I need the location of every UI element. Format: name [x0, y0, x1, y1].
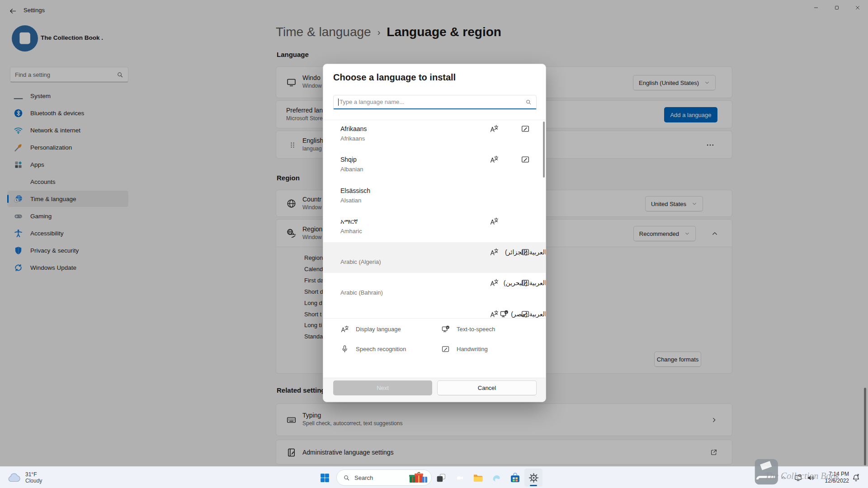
weather-condition: Cloudy — [25, 478, 42, 484]
store-button[interactable] — [506, 469, 524, 487]
legend-label: Text-to-speech — [457, 326, 495, 333]
language-search-placeholder: Type a language name... — [340, 99, 525, 105]
windows-logo-icon — [319, 472, 330, 483]
language-row[interactable]: አማርኛ Amharic — [323, 211, 546, 242]
start-button[interactable] — [316, 469, 334, 487]
tray-date: 12/6/2022 — [821, 478, 849, 484]
text-cursor — [338, 99, 339, 106]
language-english-name: Alsatian — [340, 197, 546, 204]
handwriting-icon — [521, 124, 530, 133]
chevron-up-icon — [780, 474, 787, 481]
edge-button[interactable] — [487, 469, 505, 487]
language-english-name: Albanian — [340, 166, 546, 173]
dialog-scrollbar[interactable] — [543, 122, 545, 178]
display-language-icon — [490, 155, 499, 164]
language-search-input[interactable]: Type a language name... — [333, 95, 537, 109]
gear-icon — [528, 472, 539, 483]
settings-app-button[interactable] — [524, 469, 542, 487]
language-english-name: Arabic (Algeria) — [340, 258, 546, 265]
active-app-indicator — [530, 485, 537, 486]
divider — [323, 318, 546, 319]
display-language-icon — [490, 217, 499, 226]
network-icon — [794, 474, 802, 482]
taskbar-search-label: Search — [354, 474, 404, 481]
language-row[interactable]: العربية (مصر) — [323, 304, 546, 318]
display-language-icon — [490, 278, 499, 287]
language-row[interactable]: العربية (البحرين) Arabic (Bahrain) — [323, 273, 546, 304]
tray-notifications[interactable] — [852, 467, 860, 488]
language-list: Afrikaans Afrikaans Shqip Albanian Elsäs… — [323, 119, 546, 318]
tray-volume[interactable] — [807, 467, 815, 488]
display-language-icon — [490, 310, 499, 318]
display-language-icon — [490, 248, 499, 257]
display-language-icon — [490, 124, 499, 133]
store-icon — [509, 472, 521, 483]
language-english-name: Afrikaans — [340, 135, 546, 142]
volume-icon — [807, 474, 815, 482]
language-english-name: Amharic — [340, 228, 546, 235]
cancel-button[interactable]: Cancel — [437, 380, 537, 395]
language-english-name: Arabic (Bahrain) — [340, 289, 546, 296]
language-native-name: Elsässisch — [340, 186, 546, 195]
language-row[interactable]: Shqip Albanian — [323, 150, 546, 180]
handwriting-icon — [441, 345, 450, 353]
cloud-icon — [7, 472, 22, 483]
language-native-name: Shqip — [340, 155, 546, 164]
tray-time: 7:14 PM — [821, 471, 849, 478]
holiday-gifts-icon — [409, 471, 429, 484]
language-native-name: Afrikaans — [340, 124, 546, 133]
desktop: Settings The Collection Book . Find a se… — [0, 0, 868, 488]
edge-icon — [491, 472, 502, 483]
chat-button[interactable] — [451, 469, 469, 487]
dialog-title: Choose a language to install — [333, 72, 456, 83]
search-icon — [343, 474, 350, 481]
text-to-speech-icon — [441, 325, 450, 333]
weather-temp: 31°F — [25, 471, 42, 478]
handwriting-icon — [521, 248, 530, 257]
task-view-icon — [435, 472, 447, 483]
handwriting-icon — [521, 310, 530, 318]
folder-icon — [472, 472, 484, 483]
language-native-name: العربية (البحرين) — [340, 278, 546, 287]
weather-widget[interactable]: 31°F Cloudy — [5, 468, 45, 487]
language-row[interactable]: Elsässisch Alsatian — [323, 181, 546, 211]
legend-label: Speech recognition — [356, 346, 406, 352]
tray-clock[interactable]: 7:14 PM 12/6/2022 — [821, 467, 849, 488]
language-row[interactable]: Afrikaans Afrikaans — [323, 119, 546, 150]
legend-label: Handwriting — [457, 346, 488, 352]
bell-sleep-icon — [852, 474, 860, 482]
language-row[interactable]: العربية (الجزائر) Arabic (Algeria) — [323, 242, 546, 273]
next-button[interactable]: Next — [333, 380, 432, 395]
handwriting-icon — [521, 155, 530, 164]
language-native-name: العربية (مصر) — [340, 310, 546, 318]
legend-label: Display language — [356, 326, 401, 333]
display-language-icon — [340, 325, 349, 333]
task-view-button[interactable] — [432, 469, 450, 487]
language-native-name: العربية (الجزائر) — [340, 248, 546, 257]
language-native-name: አማርኛ — [340, 217, 546, 226]
chat-icon — [454, 472, 466, 483]
file-explorer-button[interactable] — [469, 469, 487, 487]
handwriting-icon — [521, 278, 530, 287]
tray-network[interactable] — [794, 467, 802, 488]
taskbar: 31°F Cloudy Search — [0, 466, 868, 488]
taskbar-search[interactable]: Search — [336, 469, 432, 486]
text-to-speech-icon — [500, 310, 509, 318]
search-icon — [525, 99, 532, 105]
choose-language-dialog: Choose a language to install Type a lang… — [323, 64, 546, 402]
speech-recognition-icon — [340, 345, 349, 353]
dialog-footer: Next Cancel — [323, 378, 546, 402]
tray-show-hidden[interactable] — [780, 467, 787, 488]
